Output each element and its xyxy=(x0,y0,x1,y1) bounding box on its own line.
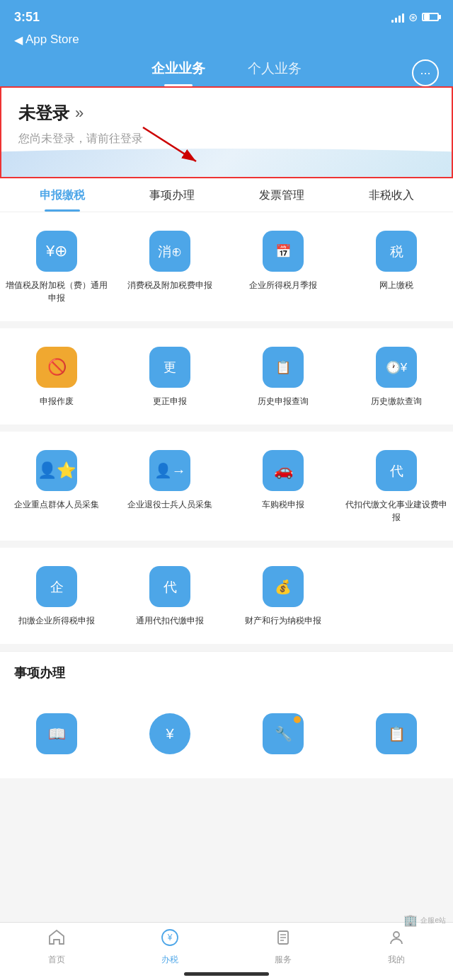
grid-item-matters-1[interactable]: 📖 xyxy=(0,702,113,771)
grid-item-vat[interactable]: ¥⊕ 增值税及附加税（费）通用申报 xyxy=(0,219,113,314)
grid-section-matters: 📖 ¥ 🔧 📋 xyxy=(0,691,453,778)
grid-item-history-declare[interactable]: 📋 历史申报查询 xyxy=(226,335,340,417)
grid-matters-partial: 📖 ¥ 🔧 📋 xyxy=(0,702,453,771)
withhold-enterprise-label: 扣缴企业所得税申报 xyxy=(18,614,95,627)
grid-item-culture-fee[interactable]: 代 代扣代缴文化事业建设费申报 xyxy=(340,439,453,534)
grid-item-matters-2[interactable]: ¥ xyxy=(113,702,226,771)
status-time: 3:51 xyxy=(14,10,40,25)
login-title-text: 未登录 xyxy=(18,102,69,125)
key-group-label: 企业重点群体人员采集 xyxy=(14,498,99,511)
grid-section-row2: 🚫 申报作废 更 更正申报 📋 历史申报查询 🕐¥ 历史缴款查询 xyxy=(0,328,453,425)
section-tabs: 申报缴税 事项办理 发票管理 非税收入 xyxy=(0,178,453,212)
matters-1-icon: 📖 xyxy=(36,713,77,754)
grid-item-vehicle-tax[interactable]: 🚗 车购税申报 xyxy=(226,439,340,534)
grid-item-general-withhold[interactable]: 代 通用代扣代缴申报 xyxy=(113,555,226,637)
matters-3-icon: 🔧 xyxy=(263,713,304,754)
vat-label: 增值税及附加税（费）通用申报 xyxy=(4,279,109,304)
grid-row3: 👤⭐ 企业重点群体人员采集 👤→ 企业退役士兵人员采集 🚗 车购税申报 代 代扣… xyxy=(0,439,453,534)
matters-2-icon: ¥ xyxy=(149,713,190,754)
tab-enterprise[interactable]: 企业业务 xyxy=(130,59,226,86)
login-title-row: 未登录 » xyxy=(18,102,435,125)
matters-4-icon: 📋 xyxy=(376,713,417,754)
login-banner[interactable]: 未登录 » 您尚未登录，请前往登录 xyxy=(0,86,453,178)
history-declare-icon: 📋 xyxy=(263,347,304,388)
grid-item-online-pay[interactable]: 税 网上缴税 xyxy=(340,219,453,314)
enterprise-tax-icon: 📅 xyxy=(263,231,304,272)
grid-section-row3: 👤⭐ 企业重点群体人员采集 👤→ 企业退役士兵人员采集 🚗 车购税申报 代 代扣… xyxy=(0,432,453,541)
grid-item-history-pay[interactable]: 🕐¥ 历史缴款查询 xyxy=(340,335,453,417)
grid-item-key-group[interactable]: 👤⭐ 企业重点群体人员采集 xyxy=(0,439,113,534)
enterprise-tax-label: 企业所得税月季报 xyxy=(249,279,317,292)
general-withhold-label: 通用代扣代缴申报 xyxy=(136,614,204,627)
correction-icon: 更 xyxy=(149,347,190,388)
grid-item-property-tax[interactable]: 💰 财产和行为纳税申报 xyxy=(226,555,340,637)
tab-personal[interactable]: 个人业务 xyxy=(226,59,323,86)
battery-icon xyxy=(422,13,439,21)
grid-section-row4: 企 扣缴企业所得税申报 代 通用代扣代缴申报 💰 财产和行为纳税申报 xyxy=(0,548,453,644)
history-pay-icon: 🕐¥ xyxy=(376,347,417,388)
header-tabs: 企业业务 个人业务 ··· xyxy=(0,52,453,86)
grid-item-withhold-enterprise[interactable]: 企 扣缴企业所得税申报 xyxy=(0,555,113,637)
void-label: 申报作废 xyxy=(40,395,74,408)
grid-section-row1: ¥⊕ 增值税及附加税（费）通用申报 消⊕ 消费税及附加税费申报 📅 企业所得税月… xyxy=(0,212,453,321)
culture-fee-icon: 代 xyxy=(376,450,417,491)
grid-item-void[interactable]: 🚫 申报作废 xyxy=(0,335,113,417)
consumption-label: 消费税及附加税费申报 xyxy=(127,279,212,292)
property-tax-label: 财产和行为纳税申报 xyxy=(245,614,321,627)
grid-item-correction[interactable]: 更 更正申报 xyxy=(113,335,226,417)
grid-item-enterprise-tax[interactable]: 📅 企业所得税月季报 xyxy=(226,219,340,314)
status-icons: ⊛ xyxy=(391,11,439,24)
grid-item-matters-3[interactable]: 🔧 xyxy=(226,702,340,771)
vehicle-tax-icon: 🚗 xyxy=(263,450,304,491)
grid-item-empty xyxy=(340,555,453,637)
back-label[interactable]: App Store xyxy=(25,33,79,47)
grid-item-consumption[interactable]: 消⊕ 消费税及附加税费申报 xyxy=(113,219,226,314)
property-tax-icon: 💰 xyxy=(263,566,304,607)
matters-section-header: 事项办理 xyxy=(0,651,453,691)
history-declare-label: 历史申报查询 xyxy=(258,395,309,408)
general-withhold-icon: 代 xyxy=(149,566,190,607)
section-tab-declare[interactable]: 申报缴税 xyxy=(7,178,117,212)
section-tab-matters[interactable]: 事项办理 xyxy=(117,178,226,212)
vehicle-tax-label: 车购税申报 xyxy=(262,498,304,511)
online-pay-label: 网上缴税 xyxy=(379,279,413,292)
withhold-enterprise-icon: 企 xyxy=(36,566,77,607)
back-bar: ◀ App Store xyxy=(0,31,453,52)
wifi-icon: ⊛ xyxy=(408,11,418,24)
online-pay-icon: 税 xyxy=(376,231,417,272)
history-pay-label: 历史缴款查询 xyxy=(371,395,422,408)
veteran-label: 企业退役士兵人员采集 xyxy=(127,498,212,511)
chat-button[interactable]: ··· xyxy=(412,59,439,86)
login-bg-wave xyxy=(1,142,452,177)
key-group-icon: 👤⭐ xyxy=(36,450,77,491)
grid-row2: 🚫 申报作废 更 更正申报 📋 历史申报查询 🕐¥ 历史缴款查询 xyxy=(0,335,453,417)
signal-bars-icon xyxy=(391,11,404,23)
consumption-icon: 消⊕ xyxy=(149,231,190,272)
veteran-icon: 👤→ xyxy=(149,450,190,491)
culture-fee-label: 代扣代缴文化事业建设费申报 xyxy=(344,498,449,524)
status-bar: 3:51 ⊛ xyxy=(0,0,453,31)
correction-label: 更正申报 xyxy=(153,395,187,408)
login-chevron-icon: » xyxy=(75,104,84,122)
grid-item-matters-4[interactable]: 📋 xyxy=(340,702,453,771)
grid-row4: 企 扣缴企业所得税申报 代 通用代扣代缴申报 💰 财产和行为纳税申报 xyxy=(0,555,453,637)
chat-icon: ··· xyxy=(420,66,430,81)
section-tab-nontax[interactable]: 非税收入 xyxy=(336,178,446,212)
back-arrow-icon: ◀ xyxy=(14,33,23,47)
login-subtitle: 您尚未登录，请前往登录 xyxy=(18,132,435,146)
grid-row1: ¥⊕ 增值税及附加税（费）通用申报 消⊕ 消费税及附加税费申报 📅 企业所得税月… xyxy=(0,219,453,314)
grid-item-veteran[interactable]: 👤→ 企业退役士兵人员采集 xyxy=(113,439,226,534)
section-tab-invoice[interactable]: 发票管理 xyxy=(226,178,336,212)
vat-icon: ¥⊕ xyxy=(36,231,77,272)
void-icon: 🚫 xyxy=(36,347,77,388)
